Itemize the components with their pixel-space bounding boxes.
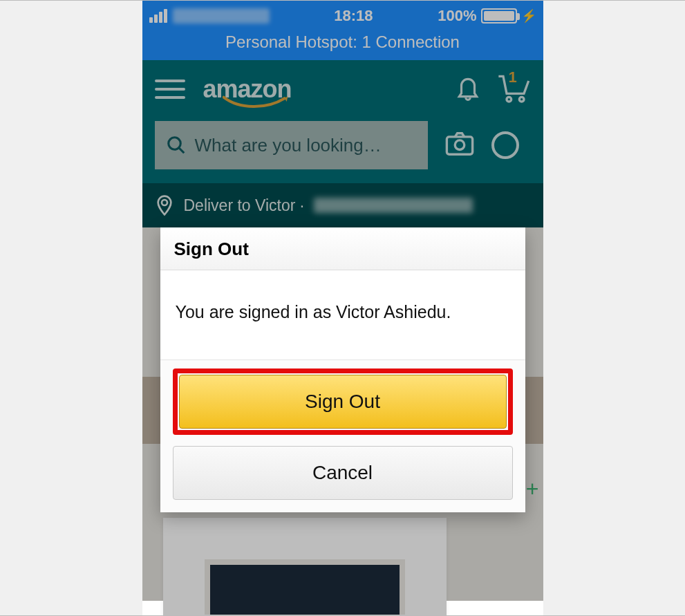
search-input[interactable]: What are you looking… <box>155 121 428 169</box>
sign-out-button[interactable]: Sign Out <box>179 375 507 429</box>
carrier-blur <box>173 8 270 24</box>
dialog-actions: Sign Out Cancel <box>160 360 525 512</box>
app-header: amazon <box>142 60 543 183</box>
signal-icon <box>149 9 167 23</box>
hotspot-bar[interactable]: Personal Hotspot: 1 Connection <box>142 28 543 60</box>
deliver-text: Deliver to Victor · <box>184 196 305 215</box>
camera-icon[interactable] <box>444 131 475 160</box>
search-placeholder: What are you looking… <box>195 135 382 156</box>
deliver-to-bar[interactable]: Deliver to Victor · <box>142 183 543 227</box>
smile-icon <box>223 95 289 109</box>
status-time: 18:18 <box>334 7 373 25</box>
dialog-message: You are signed in as Victor Ashiedu. <box>160 270 525 360</box>
status-bar: 18:18 100% ⚡ <box>142 1 543 28</box>
location-icon <box>155 194 174 216</box>
amazon-logo[interactable]: amazon <box>203 77 292 102</box>
battery-percent: 100% <box>438 7 476 25</box>
bell-icon[interactable] <box>455 73 481 105</box>
cancel-button[interactable]: Cancel <box>173 446 513 500</box>
product-image <box>205 559 405 615</box>
battery-icon <box>481 8 517 24</box>
svg-point-1 <box>519 97 524 102</box>
address-blur <box>314 198 473 213</box>
search-icon <box>166 135 187 156</box>
svg-point-5 <box>162 200 167 205</box>
cart-count: 1 <box>509 68 517 86</box>
sign-out-dialog: Sign Out You are signed in as Victor Ash… <box>160 227 525 512</box>
svg-point-4 <box>455 140 465 150</box>
alexa-icon[interactable] <box>491 131 519 159</box>
plus-icon[interactable]: + <box>526 476 539 502</box>
highlight-ring: Sign Out <box>173 368 513 435</box>
product-card[interactable] <box>163 518 447 616</box>
dialog-title: Sign Out <box>160 227 525 270</box>
svg-point-2 <box>168 138 180 150</box>
charging-icon: ⚡ <box>521 8 536 24</box>
status-right: 100% ⚡ <box>438 7 536 25</box>
svg-point-0 <box>507 97 512 102</box>
menu-icon[interactable] <box>155 80 185 99</box>
phone-screen: 18:18 100% ⚡ Personal Hotspot: 1 Connect… <box>142 1 543 616</box>
cart-icon[interactable]: 1 <box>496 73 531 106</box>
status-left <box>149 8 270 24</box>
